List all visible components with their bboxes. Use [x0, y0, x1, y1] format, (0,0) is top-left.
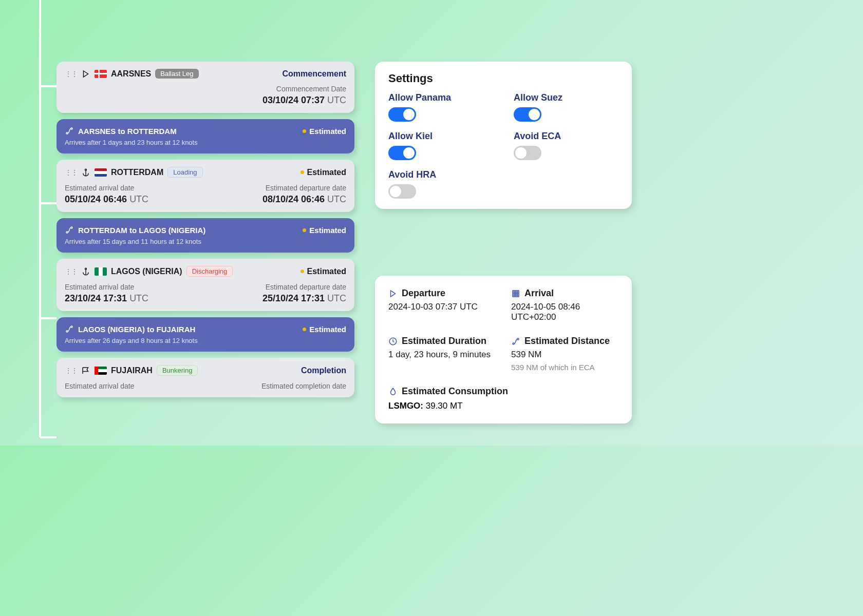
route-icon — [65, 126, 74, 136]
route-icon — [65, 324, 74, 334]
leg-title: LAGOS (NIGERIA) to FUJAIRAH — [78, 325, 195, 334]
leg-card-lagos-fujairah[interactable]: LAGOS (NIGERIA) to FUJAIRAH Estimated Ar… — [57, 317, 354, 352]
svg-point-5 — [85, 268, 87, 270]
status-dot-icon — [303, 328, 306, 331]
drag-handle-icon[interactable]: ⋮⋮ — [65, 367, 77, 375]
droplet-icon — [388, 387, 398, 396]
arrival-icon — [511, 289, 520, 298]
port-card-lagos[interactable]: ⋮⋮ LAGOS (NIGERIA) Discharging Estimated… — [57, 259, 354, 311]
departure-date: 08/10/24 06:46 — [262, 194, 325, 204]
consumption-amount: 39.30 MT — [426, 401, 463, 411]
status-label: Estimated — [307, 267, 346, 276]
arrival-date-label: Estimated arrival date — [65, 283, 148, 291]
svg-point-11 — [517, 338, 519, 340]
timezone: UTC — [327, 95, 346, 105]
leg-title: ROTTERDAM to LAGOS (NIGERIA) — [78, 226, 205, 235]
departure-value: 2024-10-03 07:37 UTC — [388, 302, 496, 312]
svg-point-4 — [71, 227, 72, 228]
arrival-date-label: Estimated arrival date — [65, 382, 134, 390]
status-label: Commencement — [283, 69, 346, 79]
leg-card-aarsnes-rotterdam[interactable]: AARSNES to ROTTERDAM Estimated Arrives a… — [57, 119, 354, 153]
departure-icon — [388, 289, 398, 298]
port-card-fujairah[interactable]: ⋮⋮ FUJAIRAH Bunkering Completion Estimat… — [57, 358, 354, 397]
status-dot-icon — [303, 129, 306, 133]
departure-date-label: Estimated departure date — [266, 283, 346, 291]
leg-subtitle: Arrives after 1 days and 23 hours at 12 … — [65, 139, 346, 146]
arrival-date: 23/10/24 17:31 — [65, 293, 127, 303]
status-dot-icon — [303, 228, 306, 232]
port-card-aarsnes[interactable]: ⋮⋮ AARSNES Ballast Leg Commencement Comm… — [57, 62, 354, 113]
distance-sub: 539 NM of which in ECA — [511, 363, 618, 372]
port-name: LAGOS (NIGERIA) — [111, 267, 182, 276]
port-card-rotterdam[interactable]: ⋮⋮ ROTTERDAM Loading Estimated Estimated… — [57, 160, 354, 212]
distance-label: Estimated Distance — [524, 336, 610, 346]
svg-point-1 — [71, 128, 72, 129]
activity-tag: Discharging — [186, 266, 233, 277]
port-name: AARSNES — [111, 69, 151, 79]
anchor-icon — [81, 168, 90, 177]
svg-point-3 — [66, 232, 68, 233]
drag-handle-icon[interactable]: ⋮⋮ — [65, 168, 77, 177]
commencement-date: 03/10/24 07:37 — [262, 95, 325, 105]
status-label: Estimated — [307, 168, 346, 177]
departure-label: Departure — [402, 288, 445, 299]
toggle-label-eca: Avoid ECA — [514, 131, 618, 142]
finish-flag-icon — [81, 366, 90, 375]
settings-card: Settings Allow Panama Allow Suez Allow K… — [375, 62, 632, 209]
svg-point-0 — [66, 132, 68, 134]
toggle-label-hra: Avoid HRA — [388, 169, 493, 180]
toggle-avoid-eca[interactable] — [514, 146, 541, 160]
completion-date-label: Estimated completion date — [261, 382, 346, 390]
anchor-icon — [81, 267, 90, 276]
svg-point-7 — [71, 326, 72, 328]
tree-connector-lines — [0, 0, 57, 446]
leg-card-rotterdam-lagos[interactable]: ROTTERDAM to LAGOS (NIGERIA) Estimated A… — [57, 218, 354, 253]
flag-netherlands — [95, 168, 107, 177]
drag-handle-icon[interactable]: ⋮⋮ — [65, 70, 77, 78]
toggle-allow-kiel[interactable] — [388, 146, 416, 160]
distance-value: 539 NM — [511, 350, 618, 360]
summary-card: Departure 2024-10-03 07:37 UTC Arrival 2… — [375, 276, 632, 424]
arrival-date: 05/10/24 06:46 — [65, 194, 127, 204]
arrival-date-label: Estimated arrival date — [65, 184, 148, 192]
activity-tag: Loading — [167, 167, 202, 178]
duration-label: Estimated Duration — [402, 336, 486, 346]
play-icon — [81, 69, 90, 79]
leg-subtitle: Arrives after 26 days and 8 hours at 12 … — [65, 337, 346, 344]
departure-date: 25/10/24 17:31 — [262, 293, 325, 303]
arrival-value: 2024-10-05 08:46 UTC+02:00 — [511, 302, 618, 322]
svg-point-2 — [85, 169, 87, 170]
port-name: FUJAIRAH — [111, 366, 153, 375]
consumption-fuel: LSMGO: — [388, 401, 423, 411]
status-label: Completion — [301, 366, 346, 375]
arrival-label: Arrival — [524, 288, 554, 299]
leg-status: Estimated — [309, 127, 346, 136]
flag-uae — [95, 367, 107, 375]
commencement-date-label: Commencement Date — [276, 85, 346, 93]
flag-norway — [95, 70, 107, 78]
port-name: ROTTERDAM — [111, 168, 163, 177]
right-panel: Settings Allow Panama Allow Suez Allow K… — [375, 62, 632, 424]
toggle-avoid-hra[interactable] — [388, 184, 416, 199]
toggle-allow-panama[interactable] — [388, 107, 416, 122]
departure-date-label: Estimated departure date — [266, 184, 346, 192]
leg-subtitle: Arrives after 15 days and 11 hours at 12… — [65, 238, 346, 245]
leg-tag: Ballast Leg — [155, 69, 198, 79]
drag-handle-icon[interactable]: ⋮⋮ — [65, 267, 77, 276]
status-dot-icon — [301, 270, 304, 273]
toggle-allow-suez[interactable] — [514, 107, 541, 122]
leg-status: Estimated — [309, 325, 346, 334]
route-icon — [65, 225, 74, 235]
consumption-label: Estimated Consumption — [402, 385, 508, 398]
toggle-label-panama: Allow Panama — [388, 92, 493, 103]
leg-title: AARSNES to ROTTERDAM — [78, 127, 177, 136]
voyage-timeline: ⋮⋮ AARSNES Ballast Leg Commencement Comm… — [57, 62, 354, 403]
toggle-label-suez: Allow Suez — [514, 92, 618, 103]
svg-point-6 — [66, 331, 68, 332]
flag-nigeria — [95, 267, 107, 276]
activity-tag: Bunkering — [157, 365, 198, 376]
toggle-label-kiel: Allow Kiel — [388, 131, 493, 142]
settings-title: Settings — [388, 72, 618, 85]
distance-icon — [511, 337, 520, 346]
svg-point-10 — [513, 343, 514, 344]
